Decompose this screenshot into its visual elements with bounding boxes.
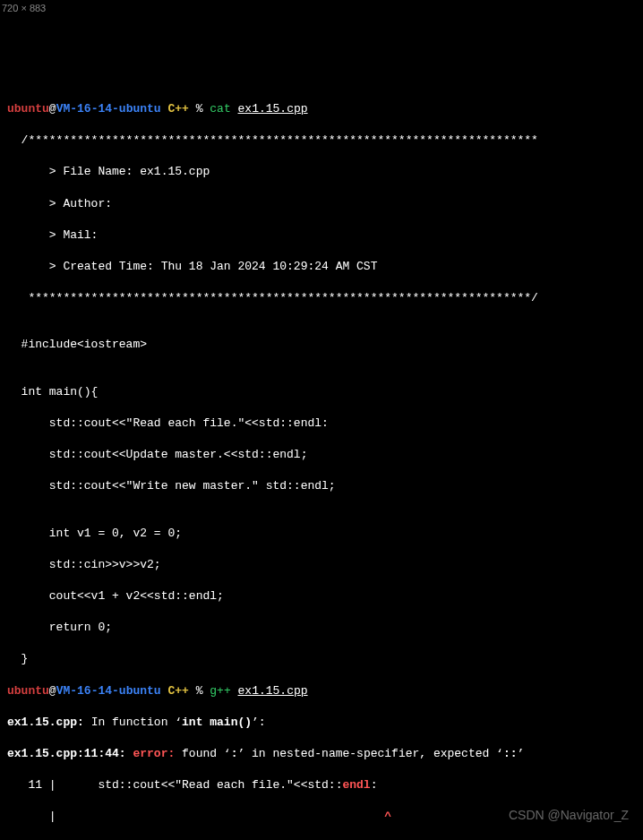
code-line: std::cin>>v>>v2; <box>7 557 636 573</box>
code-line: } <box>7 651 636 667</box>
error-1-header: ex1.15.cpp:11:44: error: found ‘:’ in ne… <box>7 746 636 762</box>
code-line: cout<<v1 + v2<<std::endl; <box>7 588 636 604</box>
watermark: CSDN @Navigator_Z <box>509 807 629 824</box>
comment-time: > Created Time: Thu 18 Jan 2024 10:29:24… <box>7 259 636 275</box>
comment-author: > Author: <box>7 196 636 212</box>
error-1-code: 11 | std::cout<<"Read each file."<<std::… <box>7 777 636 793</box>
main-line: int main(){ <box>7 384 636 400</box>
include-line: #include<iostream> <box>7 337 636 353</box>
code-line: int v1 = 0, v2 = 0; <box>7 526 636 542</box>
comment-bottom: ****************************************… <box>7 290 636 306</box>
code-line: return 0; <box>7 620 636 636</box>
code-line: std::cout<<"Read each file."<<std::endl: <box>7 416 636 432</box>
comment-mail: > Mail: <box>7 227 636 244</box>
prompt-line-1: ubuntu@VM-16-14-ubuntu C++ % cat ex1.15.… <box>7 101 636 117</box>
error-function-header: ex1.15.cpp: In function ‘int main()’: <box>7 715 636 731</box>
comment-top: /***************************************… <box>7 133 636 149</box>
code-line: std::cout<<Update master.<<std::endl; <box>7 447 636 463</box>
comment-file: > File Name: ex1.15.cpp <box>7 164 636 180</box>
dimensions-label: 720 × 883 <box>2 2 46 15</box>
code-line: std::cout<<"Write new master." std::endl… <box>7 478 636 494</box>
prompt-line-2: ubuntu@VM-16-14-ubuntu C++ % g++ ex1.15.… <box>7 683 636 699</box>
